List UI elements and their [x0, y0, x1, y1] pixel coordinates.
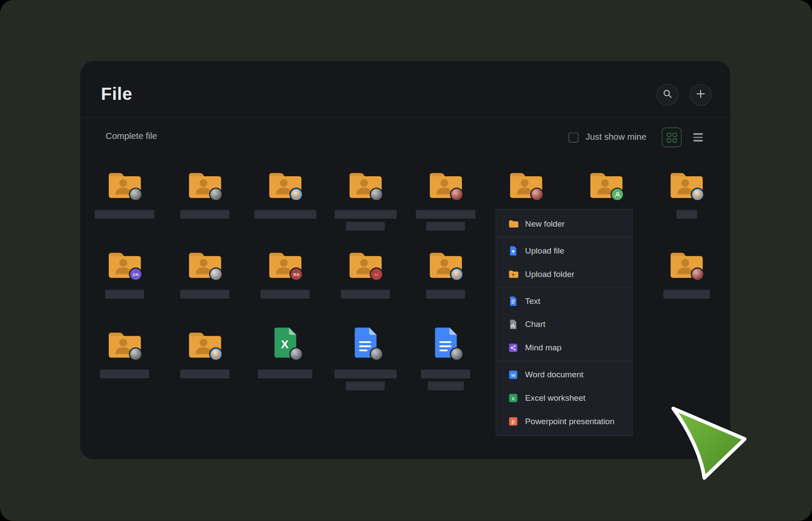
file-manager-window: File Complete file Just show mine [80, 61, 730, 459]
member-avatar-badge [130, 189, 141, 200]
excel-item[interactable]: X [245, 324, 325, 402]
item-name-placeholder [245, 210, 325, 219]
doc-icon [325, 326, 406, 359]
menu-item-mind-map[interactable]: Mind map [496, 336, 632, 359]
item-name-placeholder [646, 290, 727, 298]
chart-icon [508, 319, 518, 330]
folder-item[interactable] [245, 165, 325, 243]
folder-item[interactable] [165, 324, 245, 402]
item-name-placeholder [325, 290, 406, 298]
svg-text:w: w [511, 371, 515, 378]
menu-item-label: Excel worksheet [525, 393, 586, 402]
upload-file-icon [508, 245, 518, 256]
item-name-placeholder [165, 210, 245, 219]
menu-group: Upload fileUpload folder [496, 237, 632, 287]
menu-item-new-folder[interactable]: New folder [496, 212, 632, 235]
cursor-arrow [668, 406, 748, 485]
menu-group: wWord documentxExcel worksheetpPowerpoin… [496, 361, 632, 435]
folder-icon [406, 167, 486, 199]
folder-icon [325, 247, 406, 279]
doc-item[interactable] [325, 324, 406, 402]
member-avatar-badge [451, 268, 462, 280]
folder-icon [165, 167, 245, 199]
member-avatar-badge [612, 189, 623, 200]
mindmap-icon [508, 343, 518, 353]
menu-item-word-document[interactable]: wWord document [496, 363, 632, 386]
member-avatar-badge: LI [371, 268, 382, 280]
folder-item[interactable]: LI [325, 245, 406, 323]
folder-item[interactable] [165, 245, 245, 323]
menu-item-label: New folder [525, 219, 565, 228]
menu-item-text[interactable]: Text [496, 289, 632, 313]
folder-icon [165, 326, 245, 359]
item-name-placeholder [406, 210, 486, 231]
svg-text:X: X [281, 338, 288, 351]
menu-item-excel-worksheet[interactable]: xExcel worksheet [496, 386, 632, 409]
menu-item-label: Powerpoint presentation [525, 416, 615, 425]
item-name-placeholder [406, 369, 486, 390]
member-avatar-badge [531, 189, 543, 200]
member-avatar-badge [210, 348, 222, 359]
item-name-placeholder [165, 290, 245, 298]
menu-item-label: Mind map [525, 343, 562, 352]
excel-icon: X [245, 326, 325, 359]
menu-item-label: Upload folder [525, 269, 575, 278]
member-avatar-badge [371, 189, 382, 200]
word-icon: w [508, 369, 518, 380]
item-name-placeholder [85, 369, 165, 378]
svg-text:p: p [511, 418, 514, 425]
folder-icon [325, 167, 406, 199]
member-avatar-badge [692, 268, 703, 280]
member-avatar-badge [291, 189, 302, 200]
folder-item[interactable] [85, 165, 165, 243]
folder-item[interactable] [646, 165, 727, 243]
folder-item[interactable] [165, 165, 245, 243]
member-avatar-badge [451, 348, 462, 359]
folder-icon [165, 247, 245, 279]
member-avatar-badge: 视短 [291, 268, 302, 280]
new-item-context-menu: New folderUpload fileUpload folderTextCh… [496, 209, 633, 436]
doc-item[interactable] [406, 324, 486, 402]
item-name-placeholder [646, 210, 727, 219]
folder-icon [245, 247, 325, 279]
folder-item[interactable] [325, 165, 406, 243]
ppt-icon: p [508, 416, 518, 426]
menu-item-label: Upload file [525, 246, 564, 255]
svg-text:x: x [512, 395, 515, 401]
item-name-placeholder [85, 210, 165, 219]
folder-item[interactable] [85, 324, 165, 402]
folder-item[interactable] [406, 245, 486, 323]
member-avatar-badge [451, 189, 462, 200]
menu-item-label: Word document [525, 370, 583, 379]
menu-item-upload-folder[interactable]: Upload folder [496, 262, 632, 286]
folder-icon [508, 218, 518, 229]
item-name-placeholder [85, 290, 165, 298]
menu-item-label: Text [525, 296, 540, 305]
folder-item[interactable] [646, 245, 727, 323]
menu-group: New folder [496, 211, 632, 237]
item-name-placeholder [245, 369, 325, 378]
member-avatar-badge [130, 348, 141, 359]
member-avatar-badge [210, 268, 222, 280]
folder-icon [245, 167, 325, 199]
desktop-background: File Complete file Just show mine [0, 0, 812, 521]
excel-icon: x [508, 392, 518, 403]
member-avatar-badge [291, 348, 302, 359]
folder-item[interactable]: 视短 [245, 245, 325, 323]
folder-icon [85, 167, 165, 199]
folder-item[interactable] [406, 165, 486, 243]
folder-icon [646, 167, 727, 199]
menu-item-upload-file[interactable]: Upload file [496, 239, 632, 262]
member-avatar-badge [371, 348, 382, 359]
menu-group: TextChartMind map [496, 287, 632, 361]
folder-item[interactable]: 志程 [85, 245, 165, 323]
folder-icon [85, 326, 165, 359]
menu-item-chart[interactable]: Chart [496, 313, 632, 336]
member-avatar-badge [692, 189, 703, 200]
menu-item-powerpoint-presentation[interactable]: pPowerpoint presentation [496, 409, 632, 433]
folder-icon [566, 167, 646, 199]
item-name-placeholder [325, 369, 406, 390]
folder-icon [646, 247, 727, 279]
menu-item-label: Chart [525, 320, 546, 329]
text-icon [508, 296, 518, 306]
